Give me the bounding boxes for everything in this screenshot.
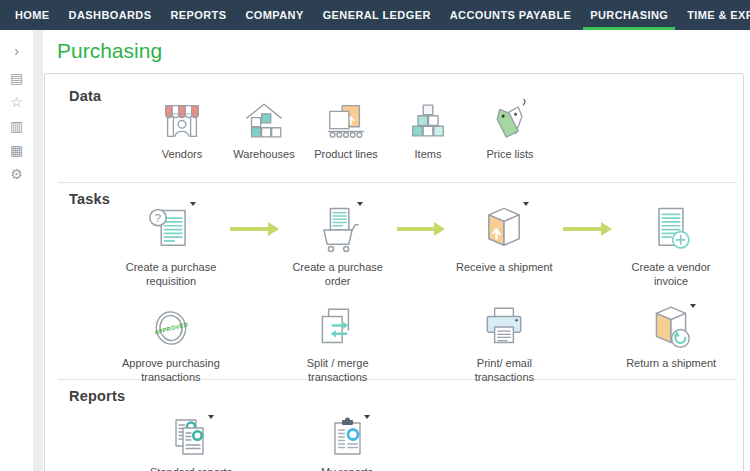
settings-gear-icon[interactable]: ⚙ [0,162,33,186]
task-create-vendor-invoice[interactable]: Create a vendor invoice [615,201,727,289]
task-label: Create a vendor invoice [615,260,727,289]
warehouse-icon [241,98,287,144]
return-shipment-icon [645,303,697,353]
nav-item-dashboards[interactable]: DASHBOARDS [62,0,159,30]
page-title: Purchasing [57,39,750,63]
main-content: Purchasing Data [43,30,750,471]
data-item-label: Warehouses [223,147,305,161]
page-body: › ▤ ☆ ▥ ▦ ⚙ Purchasing Data [0,30,750,471]
data-item-warehouses[interactable]: Warehouses [223,98,305,161]
section-heading-reports: Reports [69,388,125,404]
dropdown-caret-icon[interactable] [208,415,214,419]
price-tags-icon [487,98,533,144]
task-receive-shipment[interactable]: Receive a shipment [448,201,560,289]
top-nav: HOME DASHBOARDS REPORTS COMPANY GENERAL … [0,0,750,30]
left-icon-rail: › ▤ ☆ ▥ ▦ ⚙ [0,30,33,471]
expand-chevron-icon[interactable]: › [0,38,33,66]
data-item-price-lists[interactable]: Price lists [469,98,551,161]
task-label: Create a purchase order [282,260,394,289]
data-item-label: Vendors [141,147,223,161]
storefront-icon [159,98,205,144]
task-return-shipment[interactable]: Return a shipment [615,303,727,385]
data-item-items[interactable]: Items [387,98,469,161]
section-data: Data [45,74,743,182]
document-icon[interactable]: ▥ [0,114,33,138]
nav-item-accounts-payable[interactable]: ACCOUNTS PAYABLE [443,0,579,30]
report-label: Standard reports [131,465,251,471]
nav-item-general-ledger[interactable]: GENERAL LEDGER [316,0,438,30]
vendor-invoice-icon [645,201,697,257]
report-item-my-reports[interactable]: My reports [287,414,407,471]
flow-arrow-icon [230,201,279,257]
task-label: Receive a shipment [448,260,560,274]
task-label: Return a shipment [615,356,727,370]
approved-stamp-icon: APPROVED [145,303,197,353]
nav-item-company[interactable]: COMPANY [238,0,310,30]
task-print-email-transactions[interactable]: Print/ email transactions [449,303,561,385]
favorites-star-icon[interactable]: ☆ [0,90,33,114]
sidebar-gutter [33,30,43,471]
flow-arrow-icon [397,201,446,257]
task-create-purchase-requisition[interactable]: ? Create a purchase requisition [115,201,227,289]
section-tasks: Tasks ? [45,183,743,379]
printer-icon [478,303,530,353]
dropdown-caret-icon[interactable] [690,304,696,308]
ledger-icon[interactable]: ▦ [0,138,33,162]
shopping-cart-order-icon [312,201,364,257]
dropdown-caret-icon[interactable] [364,415,370,419]
report-item-standard-reports[interactable]: Standard reports [131,414,251,471]
purchase-requisition-icon: ? [145,201,197,257]
flow-arrow-icon [563,201,612,257]
report-label: My reports [287,465,407,471]
dropdown-caret-icon[interactable] [523,202,529,206]
dropdown-caret-icon[interactable] [357,202,363,206]
task-create-purchase-order[interactable]: Create a purchase order [282,201,394,289]
data-item-label: Product lines [305,147,387,161]
purchasing-card: Data [44,73,744,471]
section-reports: Reports [45,380,743,471]
dropdown-caret-icon[interactable] [190,202,196,206]
task-label: Create a purchase requisition [115,260,227,289]
nav-item-home[interactable]: HOME [8,0,57,30]
app-window: HOME DASHBOARDS REPORTS COMPANY GENERAL … [0,0,750,471]
nav-item-purchasing[interactable]: PURCHASING [583,0,675,30]
data-item-vendors[interactable]: Vendors [141,98,223,161]
shipment-box-icon [478,201,530,257]
standard-reports-icon [167,414,215,462]
cubes-icon [405,98,451,144]
nav-item-time-expenses[interactable]: TIME & EXPENSES [680,0,750,30]
data-items-row: Vendors [45,74,743,161]
section-heading-data: Data [69,88,101,104]
conveyor-boxes-icon [323,98,369,144]
data-item-label: Items [387,147,469,161]
tasks-flow-row: ? Create a purchase requisition [45,183,743,289]
data-item-label: Price lists [469,147,551,161]
tasks-second-row: APPROVED Approve purchasing transactions [45,289,743,385]
task-approve-purchasing-transactions[interactable]: APPROVED Approve purchasing transactions [115,303,227,385]
data-item-product-lines[interactable]: Product lines [305,98,387,161]
my-reports-clipboard-icon [323,414,371,462]
reports-row: Standard reports [45,380,743,471]
svg-text:?: ? [155,212,161,224]
task-split-merge-transactions[interactable]: Split / merge transactions [282,303,394,385]
nav-item-reports[interactable]: REPORTS [163,0,233,30]
card-list-icon[interactable]: ▤ [0,66,33,90]
split-merge-icon [312,303,364,353]
section-heading-tasks: Tasks [69,191,110,207]
